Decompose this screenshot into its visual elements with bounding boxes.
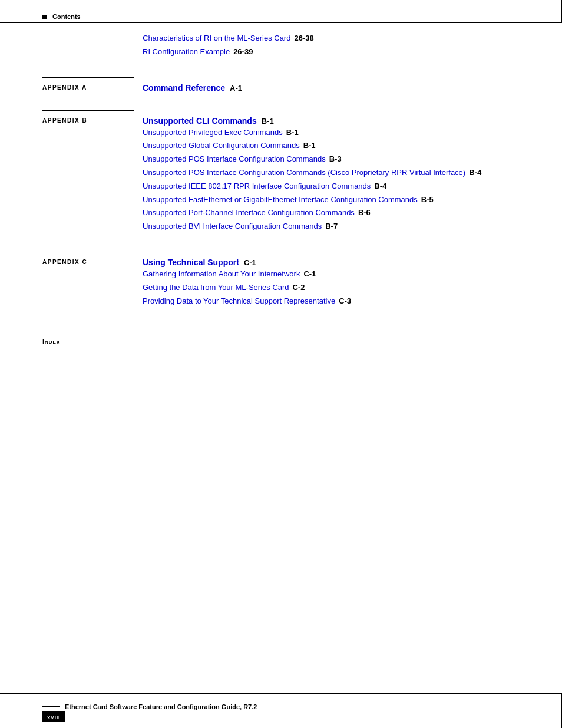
b-link-0[interactable]: Unsupported Privileged Exec Commands <box>143 127 283 139</box>
appendix-c-page: C-1 <box>244 258 256 267</box>
ri-config-page: 26-39 <box>233 46 253 58</box>
b-item-6: Unsupported Port-Channel Interface Confi… <box>143 207 481 219</box>
appendix-b-content: Unsupported CLI Commands B-1 Unsupported… <box>143 110 481 234</box>
b-item-0: Unsupported Privileged Exec Commands B-1 <box>143 127 481 139</box>
b-page-1: B-1 <box>303 140 316 152</box>
appendix-b-title-link[interactable]: Unsupported CLI Commands <box>143 116 257 126</box>
b-link-5[interactable]: Unsupported FastEthernet or GigabitEther… <box>143 194 418 206</box>
footer-title: Ethernet Card Software Feature and Confi… <box>65 703 520 710</box>
appendix-b-label: Appendix B <box>42 117 87 124</box>
b-item-1: Unsupported Global Configuration Command… <box>143 140 481 152</box>
c-item-2: Providing Data to Your Technical Support… <box>143 295 351 308</box>
c-link-0[interactable]: Gathering Information About Your Interne… <box>143 268 300 281</box>
appendix-c-section: Appendix C Using Technical Support C-1 G… <box>42 252 520 308</box>
b-page-2: B-3 <box>329 153 342 166</box>
bottom-border <box>0 693 562 694</box>
b-page-5: B-5 <box>421 194 434 206</box>
b-item-5: Unsupported FastEthernet or GigabitEther… <box>143 194 481 206</box>
main-content: Characteristics of RI on the ML-Series C… <box>0 32 562 345</box>
b-link-3[interactable]: Unsupported POS Interface Configuration … <box>143 167 465 179</box>
b-page-7: B-7 <box>325 220 338 233</box>
c-page-0: C-1 <box>303 268 316 281</box>
ri-config-link[interactable]: RI Configuration Example <box>143 46 230 58</box>
appendix-b-section: Appendix B Unsupported CLI Commands B-1 … <box>42 110 520 234</box>
top-border <box>0 22 562 23</box>
appendix-b-divider <box>42 110 134 111</box>
b-page-3: B-4 <box>469 167 481 179</box>
ri-characteristics-link[interactable]: Characteristics of RI on the ML-Series C… <box>143 32 290 45</box>
c-page-1: C-2 <box>293 282 305 294</box>
b-link-6[interactable]: Unsupported Port-Channel Interface Confi… <box>143 207 355 219</box>
appendix-c-content: Using Technical Support C-1 Gathering In… <box>143 252 351 308</box>
appendix-b-page: B-1 <box>262 117 274 126</box>
appendix-c-divider <box>42 252 134 252</box>
b-page-0: B-1 <box>286 127 299 139</box>
c-link-2[interactable]: Providing Data to Your Technical Support… <box>143 295 335 308</box>
appendix-a-page: A-1 <box>230 84 242 93</box>
b-link-7[interactable]: Unsupported BVI Interface Configuration … <box>143 220 322 233</box>
footer-left-bar <box>42 706 60 707</box>
appendix-a-section: Appendix A Command Reference A-1 <box>42 77 520 93</box>
b-page-6: B-6 <box>358 207 371 219</box>
appendix-a-content: Command Reference A-1 <box>143 77 242 93</box>
ri-characteristics-page: 26-38 <box>294 32 313 45</box>
c-item-1: Getting the Data from Your ML-Series Car… <box>143 282 351 294</box>
index-divider <box>42 331 134 331</box>
index-section: Index <box>42 331 520 345</box>
b-link-4[interactable]: Unsupported IEEE 802.17 RPR Interface Co… <box>143 180 371 193</box>
c-link-1[interactable]: Getting the Data from Your ML-Series Car… <box>143 282 289 294</box>
toc-entry-ri-characteristics: Characteristics of RI on the ML-Series C… <box>143 32 520 45</box>
footer: Ethernet Card Software Feature and Confi… <box>0 703 562 710</box>
appendix-a-divider <box>42 77 134 78</box>
toc-entry-ri-config: RI Configuration Example 26-39 <box>143 46 520 58</box>
b-page-4: B-4 <box>374 180 386 193</box>
b-item-4: Unsupported IEEE 802.17 RPR Interface Co… <box>143 180 481 193</box>
appendix-c-title-link[interactable]: Using Technical Support <box>143 258 239 267</box>
b-item-7: Unsupported BVI Interface Configuration … <box>143 220 481 233</box>
header-label: Contents <box>52 13 81 20</box>
page-container: Contents Characteristics of RI on the ML… <box>0 0 562 728</box>
header-square <box>42 15 47 19</box>
index-label: Index <box>42 338 60 345</box>
appendix-a-label: Appendix A <box>42 84 87 91</box>
appendix-a-title-link[interactable]: Command Reference <box>143 83 225 93</box>
appendix-c-label: Appendix C <box>42 259 87 265</box>
c-item-0: Gathering Information About Your Interne… <box>143 268 351 281</box>
c-page-2: C-3 <box>339 295 351 308</box>
page-header: Contents <box>42 13 81 20</box>
top-sub-entries: Characteristics of RI on the ML-Series C… <box>143 32 520 58</box>
b-link-1[interactable]: Unsupported Global Configuration Command… <box>143 140 300 152</box>
b-item-3: Unsupported POS Interface Configuration … <box>143 167 481 179</box>
footer-page-number: xviii <box>42 711 65 722</box>
b-link-2[interactable]: Unsupported POS Interface Configuration … <box>143 153 326 166</box>
b-item-2: Unsupported POS Interface Configuration … <box>143 153 481 166</box>
